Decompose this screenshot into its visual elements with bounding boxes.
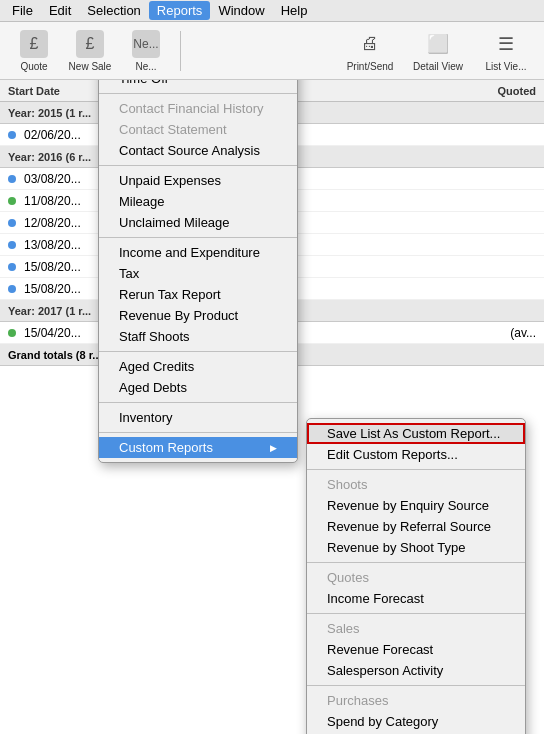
print-icon: 🖨 (354, 30, 386, 58)
status-dot (8, 329, 16, 337)
menu-sep-6 (99, 432, 297, 433)
submenu-shoots-label: Shoots (307, 474, 525, 495)
submenu-sep-2 (307, 562, 525, 563)
status-dot-blue (8, 131, 16, 139)
menu-contact-financial-history: Contact Financial History (99, 98, 297, 119)
menu-revenue-by-product[interactable]: Revenue By Product (99, 305, 297, 326)
menu-sep-3 (99, 237, 297, 238)
col-header-quoted: Quoted (466, 85, 536, 97)
status-dot (8, 241, 16, 249)
content-area: Start Date Title Quoted Year: 2015 (1 r.… (0, 80, 544, 734)
menu-selection[interactable]: Selection (79, 1, 148, 20)
menu-file[interactable]: File (4, 1, 41, 20)
status-dot (8, 175, 16, 183)
submenu-purchases-label: Purchases (307, 690, 525, 711)
menu-custom-reports[interactable]: Custom Reports (99, 437, 297, 458)
menu-tax[interactable]: Tax (99, 263, 297, 284)
detail-view-icon: ⬜ (422, 30, 454, 58)
print-send-label: Print/Send (347, 61, 394, 72)
list-view-button[interactable]: ☰ List Vie... (476, 30, 536, 72)
menu-sep-5 (99, 402, 297, 403)
menu-time-off[interactable]: Time Off (99, 80, 297, 89)
new-sale-icon: £ (76, 30, 104, 58)
toolbar: £ Quote £ New Sale Ne... Ne... 🖨 Print/S… (0, 22, 544, 80)
submenu-revenue-enquiry[interactable]: Revenue by Enquiry Source (307, 495, 525, 516)
submenu-revenue-shoot-type[interactable]: Revenue by Shoot Type (307, 537, 525, 558)
print-send-button[interactable]: 🖨 Print/Send (340, 30, 400, 72)
row-quoted: (av... (466, 326, 536, 340)
status-dot (8, 263, 16, 271)
submenu-save-list[interactable]: Save List As Custom Report... (307, 423, 525, 444)
submenu-salesperson-activity[interactable]: Salesperson Activity (307, 660, 525, 681)
menu-staff-shoots[interactable]: Staff Shoots (99, 326, 297, 347)
menu-contact-source-analysis[interactable]: Contact Source Analysis (99, 140, 297, 161)
menu-income-expenditure[interactable]: Income and Expenditure (99, 242, 297, 263)
menu-window[interactable]: Window (210, 1, 272, 20)
new-sale-label: New Sale (69, 61, 112, 72)
submenu-income-forecast[interactable]: Income Forecast (307, 588, 525, 609)
menu-unpaid-expenses[interactable]: Unpaid Expenses (99, 170, 297, 191)
custom-reports-submenu[interactable]: Save List As Custom Report... Edit Custo… (306, 418, 526, 734)
reports-dropdown[interactable]: Day Sheet Today's Information Management… (98, 80, 298, 463)
detail-view-button[interactable]: ⬜ Detail View (408, 30, 468, 72)
menu-mileage[interactable]: Mileage (99, 191, 297, 212)
new-button[interactable]: Ne... Ne... (120, 26, 172, 76)
menu-unclaimed-mileage[interactable]: Unclaimed Mileage (99, 212, 297, 233)
menu-bar: File Edit Selection Reports Window Help (0, 0, 544, 22)
toolbar-separator-1 (180, 31, 181, 71)
menu-sep-1 (99, 93, 297, 94)
menu-edit[interactable]: Edit (41, 1, 79, 20)
new-sale-button[interactable]: £ New Sale (64, 26, 116, 76)
submenu-sales-label: Sales (307, 618, 525, 639)
submenu-revenue-forecast[interactable]: Revenue Forecast (307, 639, 525, 660)
quote-label: Quote (20, 61, 47, 72)
toolbar-right: 🖨 Print/Send ⬜ Detail View ☰ List Vie... (340, 30, 536, 72)
col-header-date: Start Date (8, 85, 98, 97)
submenu-sep-1 (307, 469, 525, 470)
menu-aged-credits[interactable]: Aged Credits (99, 356, 297, 377)
submenu-sep-4 (307, 685, 525, 686)
menu-contact-statement: Contact Statement (99, 119, 297, 140)
menu-help[interactable]: Help (273, 1, 316, 20)
submenu-edit-custom[interactable]: Edit Custom Reports... (307, 444, 525, 465)
submenu-spend-by-category[interactable]: Spend by Category (307, 711, 525, 732)
menu-rerun-tax[interactable]: Rerun Tax Report (99, 284, 297, 305)
menu-inventory[interactable]: Inventory (99, 407, 297, 428)
list-view-label: List Vie... (486, 61, 527, 72)
menu-aged-debts[interactable]: Aged Debts (99, 377, 297, 398)
quote-icon: £ (20, 30, 48, 58)
status-dot (8, 285, 16, 293)
list-view-icon: ☰ (490, 30, 522, 58)
quote-button[interactable]: £ Quote (8, 26, 60, 76)
submenu-sep-3 (307, 613, 525, 614)
detail-view-label: Detail View (413, 61, 463, 72)
status-dot (8, 197, 16, 205)
status-dot (8, 219, 16, 227)
menu-reports[interactable]: Reports (149, 1, 211, 20)
submenu-quotes-label: Quotes (307, 567, 525, 588)
submenu-revenue-referral[interactable]: Revenue by Referral Source (307, 516, 525, 537)
menu-sep-2 (99, 165, 297, 166)
new-icon: Ne... (132, 30, 160, 58)
menu-sep-4 (99, 351, 297, 352)
new-label: Ne... (135, 61, 156, 72)
